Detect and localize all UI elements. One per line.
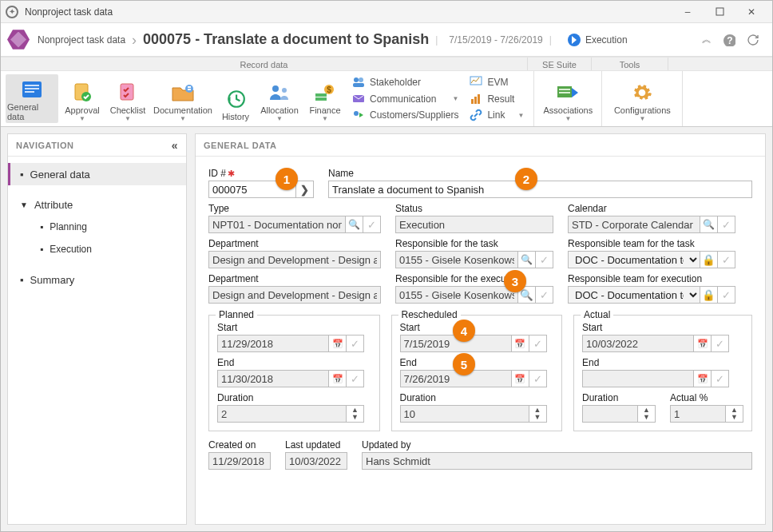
svg-rect-11 [188,86,191,88]
ribbon-customers-suppliers[interactable]: Customers/Suppliers [351,107,460,123]
type-input[interactable] [208,216,346,233]
svg-text:?: ? [727,35,732,46]
actual-start-input[interactable] [582,335,694,352]
resp-task-search-button[interactable]: 🔍 [518,251,536,268]
ribbon-history[interactable]: History [216,74,255,123]
actual-duration-stepper[interactable]: ▲▼ [638,405,656,423]
responsible-exec-input[interactable] [395,286,518,304]
close-button[interactable]: ✕ [735,1,767,23]
planned-duration-stepper[interactable]: ▲▼ [347,405,364,423]
field-department-exec: Department [208,273,381,304]
ribbon-approval[interactable]: Approval▼ [60,74,105,123]
team-task-clear-button[interactable]: ✓ [718,251,735,268]
ribbon-checklist[interactable]: Checklist▼ [106,74,149,123]
actual-percent-stepper[interactable]: ▲▼ [726,405,743,423]
calendar-input[interactable] [568,216,700,233]
actual-duration-input[interactable] [582,405,638,423]
navigation-panel: NAVIGATION « ▪ General data ▼ Attribute … [7,133,187,525]
ribbon-configurations[interactable]: Configurations▼ [607,74,677,123]
evm-icon [470,76,482,89]
resp-exec-clear-button[interactable]: ✓ [536,286,553,304]
rescheduled-end-calendar-button[interactable] [512,370,529,387]
breadcrumb-separator-icon: › [132,33,137,47]
planned-end-calendar-button[interactable] [329,370,347,387]
rescheduled-start-calendar-button[interactable] [512,335,529,352]
calendar-search-button[interactable]: 🔍 [700,216,718,233]
help-icon[interactable]: ? [723,34,735,46]
id-lookup-button[interactable]: ❯ [296,181,314,198]
collapse-nav-icon[interactable]: « [172,139,178,152]
name-input[interactable] [328,181,752,198]
calendar-clear-button[interactable]: ✓ [718,216,735,233]
team-task-lock-button[interactable]: 🔒 [700,251,718,268]
actual-end-clear-button[interactable]: ✓ [712,370,729,387]
date-range: 7/15/2019 - 7/26/2019 [449,34,542,46]
actual-end-calendar-button[interactable] [694,370,712,387]
planned-start-calendar-button[interactable] [329,335,347,352]
actual-end-input[interactable] [582,370,694,387]
rescheduled-end-clear-button[interactable]: ✓ [529,370,547,387]
field-team-exec: Responsible team for execution DOC - Doc… [568,273,735,304]
planned-end-input[interactable] [217,370,329,387]
status-input [395,216,553,233]
app-icon: ✦ [6,6,18,18]
last-updated-input [285,452,347,470]
collapse-up-icon[interactable]: ︽ [702,33,712,46]
rescheduled-start-clear-button[interactable]: ✓ [529,335,547,352]
svg-point-21 [359,77,363,82]
ribbon-result[interactable]: Result [468,91,525,107]
ribbon-general-data[interactable]: General data [6,74,58,123]
ribbon-documentation[interactable]: Documentation▼ [151,74,215,123]
team-exec-select[interactable]: DOC - Documentation team [568,286,700,304]
nav-attribute-execution[interactable]: ▪Execution [8,238,186,260]
play-icon [568,34,581,46]
breadcrumb-current: 000075 - Translate a document to Spanish [143,31,429,48]
nav-summary[interactable]: ▪Summary [8,268,186,291]
lock-icon: 🔒 [702,254,716,266]
responsible-task-input[interactable] [395,251,518,268]
actual-percent-input[interactable] [670,405,726,423]
resp-task-clear-button[interactable]: ✓ [536,251,553,268]
nav-attribute[interactable]: ▼ Attribute [8,193,186,216]
planned-start-input[interactable] [217,335,329,352]
execution-status[interactable]: Execution [568,34,628,46]
refresh-icon[interactable] [747,34,759,46]
ribbon-communication[interactable]: Communication▼ [351,91,460,107]
type-clear-button[interactable]: ✓ [363,216,381,233]
ribbon-associations[interactable]: Associations▼ [539,74,597,123]
ribbon-evm[interactable]: EVM [468,74,525,90]
rescheduled-end-input[interactable] [400,370,512,387]
nav-general-data[interactable]: ▪ General data [8,163,186,185]
approval-icon [70,81,94,104]
rescheduled-duration-input[interactable] [400,405,529,423]
maximize-button[interactable] [704,1,735,23]
planned-start-clear-button[interactable]: ✓ [347,335,364,352]
breadcrumb-root[interactable]: Nonproject task data [38,34,125,46]
fieldset-rescheduled: Rescheduled Start ✓ End [391,315,563,431]
svg-rect-0 [716,8,723,15]
team-exec-lock-button[interactable]: 🔒 [700,286,718,304]
search-icon: 🔍 [348,219,360,230]
ribbon-finance[interactable]: $ Finance▼ [304,74,346,123]
minimize-button[interactable]: – [672,1,704,23]
actual-start-clear-button[interactable]: ✓ [712,335,729,352]
actual-start-calendar-button[interactable] [694,335,712,352]
ribbon-stakeholder[interactable]: Stakeholder [351,74,460,90]
department-input [208,251,381,268]
ribbon-link[interactable]: Link▼ [468,107,525,123]
type-search-button[interactable]: 🔍 [346,216,363,233]
group-tools: Tools [592,58,668,70]
svg-rect-28 [478,94,480,104]
field-responsible-exec: Responsible for the execution 🔍 ✓ [395,273,553,304]
team-exec-clear-button[interactable]: ✓ [718,286,735,304]
ribbon-allocation[interactable]: Allocation▼ [256,74,303,123]
planned-duration-input[interactable] [217,405,347,423]
svg-rect-5 [25,88,39,89]
nav-attribute-planning[interactable]: ▪Planning [8,216,186,238]
rescheduled-duration-stepper[interactable]: ▲▼ [529,405,547,423]
field-id: ID #✱ ❯ [208,168,314,198]
svg-rect-31 [559,92,570,93]
annotation-2: 2 [515,168,537,190]
team-task-select[interactable]: DOC - Documentation team [568,251,700,268]
planned-end-clear-button[interactable]: ✓ [347,370,364,387]
